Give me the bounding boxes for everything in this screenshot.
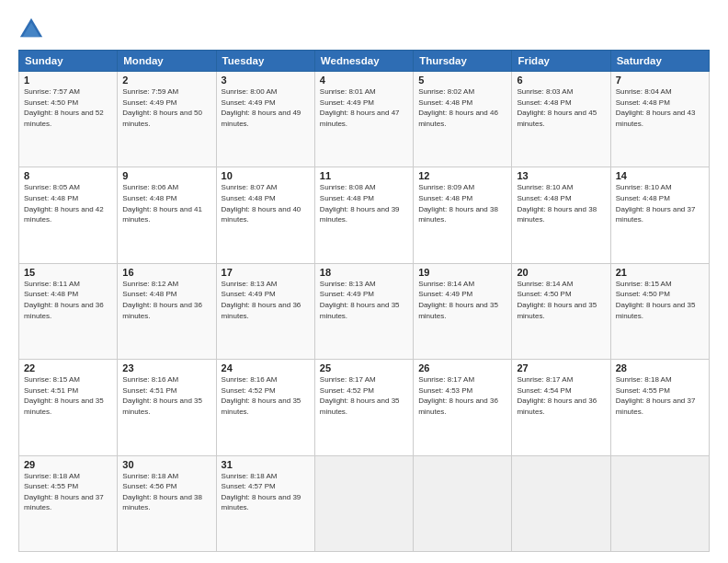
calendar-day-cell: 10Sunrise: 8:07 AMSunset: 4:48 PMDayligh… <box>216 167 314 263</box>
day-number: 8 <box>24 170 112 181</box>
day-number: 21 <box>616 267 704 278</box>
weekday-header-row: SundayMondayTuesdayWednesdayThursdayFrid… <box>19 51 710 72</box>
weekday-header-monday: Monday <box>118 51 216 72</box>
calendar-day-cell: 22Sunrise: 8:15 AMSunset: 4:51 PMDayligh… <box>19 360 118 455</box>
calendar-day-cell: 24Sunrise: 8:16 AMSunset: 4:52 PMDayligh… <box>216 360 314 455</box>
day-number: 5 <box>418 75 506 86</box>
day-info: Sunrise: 8:12 AMSunset: 4:48 PMDaylight:… <box>122 279 210 321</box>
weekday-header-saturday: Saturday <box>610 51 709 72</box>
day-number: 29 <box>24 459 112 470</box>
calendar-day-cell: 8Sunrise: 8:05 AMSunset: 4:48 PMDaylight… <box>19 167 118 263</box>
day-info: Sunrise: 8:13 AMSunset: 4:49 PMDaylight:… <box>320 279 408 321</box>
calendar-day-cell: 9Sunrise: 8:06 AMSunset: 4:48 PMDaylight… <box>118 167 216 263</box>
day-number: 28 <box>616 362 704 373</box>
weekday-header-friday: Friday <box>512 51 610 72</box>
day-number: 17 <box>222 267 310 278</box>
logo <box>18 15 48 40</box>
calendar-table: SundayMondayTuesdayWednesdayThursdayFrid… <box>18 50 710 552</box>
day-info: Sunrise: 7:59 AMSunset: 4:49 PMDaylight:… <box>122 86 210 129</box>
day-number: 2 <box>122 75 210 86</box>
logo-icon <box>18 15 44 40</box>
day-info: Sunrise: 8:01 AMSunset: 4:49 PMDaylight:… <box>320 86 408 129</box>
day-info: Sunrise: 8:15 AMSunset: 4:50 PMDaylight:… <box>616 279 704 321</box>
day-number: 26 <box>418 362 506 373</box>
weekday-header-thursday: Thursday <box>414 51 512 72</box>
day-info: Sunrise: 8:07 AMSunset: 4:48 PMDaylight:… <box>222 182 310 224</box>
day-number: 31 <box>222 459 310 470</box>
day-info: Sunrise: 8:10 AMSunset: 4:48 PMDaylight:… <box>616 182 704 224</box>
calendar-day-cell <box>314 455 413 551</box>
calendar-day-cell: 19Sunrise: 8:14 AMSunset: 4:49 PMDayligh… <box>414 263 512 359</box>
day-info: Sunrise: 8:03 AMSunset: 4:48 PMDaylight:… <box>517 86 605 129</box>
day-number: 24 <box>222 362 310 373</box>
day-number: 14 <box>616 170 704 181</box>
calendar-day-cell: 15Sunrise: 8:11 AMSunset: 4:48 PMDayligh… <box>19 263 118 359</box>
calendar-day-cell: 11Sunrise: 8:08 AMSunset: 4:48 PMDayligh… <box>314 167 413 263</box>
page: SundayMondayTuesdayWednesdayThursdayFrid… <box>0 0 728 563</box>
calendar-day-cell: 2Sunrise: 7:59 AMSunset: 4:49 PMDaylight… <box>118 72 216 167</box>
day-number: 15 <box>24 267 112 278</box>
day-number: 10 <box>222 170 310 181</box>
calendar-day-cell: 26Sunrise: 8:17 AMSunset: 4:53 PMDayligh… <box>414 360 512 455</box>
calendar-day-cell: 14Sunrise: 8:10 AMSunset: 4:48 PMDayligh… <box>610 167 709 263</box>
day-number: 27 <box>517 362 605 373</box>
day-number: 25 <box>320 362 408 373</box>
calendar-day-cell: 29Sunrise: 8:18 AMSunset: 4:55 PMDayligh… <box>19 455 118 551</box>
day-info: Sunrise: 8:09 AMSunset: 4:48 PMDaylight:… <box>418 182 506 224</box>
day-info: Sunrise: 8:17 AMSunset: 4:53 PMDaylight:… <box>418 374 506 417</box>
day-info: Sunrise: 8:17 AMSunset: 4:52 PMDaylight:… <box>320 374 408 417</box>
calendar-header: SundayMondayTuesdayWednesdayThursdayFrid… <box>19 51 710 72</box>
calendar-day-cell: 20Sunrise: 8:14 AMSunset: 4:50 PMDayligh… <box>512 263 610 359</box>
day-info: Sunrise: 8:18 AMSunset: 4:57 PMDaylight:… <box>222 471 310 513</box>
day-number: 9 <box>122 170 210 181</box>
day-number: 1 <box>24 75 112 86</box>
calendar-day-cell <box>512 455 610 551</box>
calendar-day-cell: 12Sunrise: 8:09 AMSunset: 4:48 PMDayligh… <box>414 167 512 263</box>
day-info: Sunrise: 8:06 AMSunset: 4:48 PMDaylight:… <box>122 182 210 224</box>
day-info: Sunrise: 8:00 AMSunset: 4:49 PMDaylight:… <box>222 86 310 129</box>
calendar-day-cell: 27Sunrise: 8:17 AMSunset: 4:54 PMDayligh… <box>512 360 610 455</box>
day-number: 12 <box>418 170 506 181</box>
day-number: 22 <box>24 362 112 373</box>
day-info: Sunrise: 8:18 AMSunset: 4:56 PMDaylight:… <box>122 471 210 513</box>
calendar-day-cell: 28Sunrise: 8:18 AMSunset: 4:55 PMDayligh… <box>610 360 709 455</box>
day-number: 16 <box>122 267 210 278</box>
day-info: Sunrise: 8:08 AMSunset: 4:48 PMDaylight:… <box>320 182 408 224</box>
calendar-week-row: 22Sunrise: 8:15 AMSunset: 4:51 PMDayligh… <box>19 360 710 455</box>
day-info: Sunrise: 8:17 AMSunset: 4:54 PMDaylight:… <box>517 374 605 417</box>
day-info: Sunrise: 8:04 AMSunset: 4:48 PMDaylight:… <box>616 86 704 129</box>
day-info: Sunrise: 8:14 AMSunset: 4:49 PMDaylight:… <box>418 279 506 321</box>
day-info: Sunrise: 7:57 AMSunset: 4:50 PMDaylight:… <box>24 86 112 129</box>
day-number: 30 <box>122 459 210 470</box>
day-number: 20 <box>517 267 605 278</box>
day-number: 23 <box>122 362 210 373</box>
calendar-week-row: 15Sunrise: 8:11 AMSunset: 4:48 PMDayligh… <box>19 263 710 359</box>
calendar-day-cell: 5Sunrise: 8:02 AMSunset: 4:48 PMDaylight… <box>414 72 512 167</box>
calendar-day-cell: 3Sunrise: 8:00 AMSunset: 4:49 PMDaylight… <box>216 72 314 167</box>
day-number: 11 <box>320 170 408 181</box>
day-number: 7 <box>616 75 704 86</box>
calendar-day-cell: 18Sunrise: 8:13 AMSunset: 4:49 PMDayligh… <box>314 263 413 359</box>
day-info: Sunrise: 8:14 AMSunset: 4:50 PMDaylight:… <box>517 279 605 321</box>
day-info: Sunrise: 8:16 AMSunset: 4:52 PMDaylight:… <box>222 374 310 417</box>
day-number: 3 <box>222 75 310 86</box>
day-info: Sunrise: 8:11 AMSunset: 4:48 PMDaylight:… <box>24 279 112 321</box>
day-number: 4 <box>320 75 408 86</box>
calendar-day-cell: 25Sunrise: 8:17 AMSunset: 4:52 PMDayligh… <box>314 360 413 455</box>
calendar-day-cell: 21Sunrise: 8:15 AMSunset: 4:50 PMDayligh… <box>610 263 709 359</box>
day-number: 19 <box>418 267 506 278</box>
calendar-day-cell: 31Sunrise: 8:18 AMSunset: 4:57 PMDayligh… <box>216 455 314 551</box>
day-info: Sunrise: 8:05 AMSunset: 4:48 PMDaylight:… <box>24 182 112 224</box>
day-info: Sunrise: 8:18 AMSunset: 4:55 PMDaylight:… <box>24 471 112 513</box>
weekday-header-tuesday: Tuesday <box>216 51 314 72</box>
calendar-day-cell: 7Sunrise: 8:04 AMSunset: 4:48 PMDaylight… <box>610 72 709 167</box>
day-number: 18 <box>320 267 408 278</box>
day-info: Sunrise: 8:02 AMSunset: 4:48 PMDaylight:… <box>418 86 506 129</box>
calendar-day-cell <box>610 455 709 551</box>
calendar-day-cell: 30Sunrise: 8:18 AMSunset: 4:56 PMDayligh… <box>118 455 216 551</box>
calendar-day-cell: 6Sunrise: 8:03 AMSunset: 4:48 PMDaylight… <box>512 72 610 167</box>
calendar-week-row: 1Sunrise: 7:57 AMSunset: 4:50 PMDaylight… <box>19 72 710 167</box>
day-info: Sunrise: 8:10 AMSunset: 4:48 PMDaylight:… <box>517 182 605 224</box>
weekday-header-sunday: Sunday <box>19 51 118 72</box>
calendar-day-cell: 23Sunrise: 8:16 AMSunset: 4:51 PMDayligh… <box>118 360 216 455</box>
